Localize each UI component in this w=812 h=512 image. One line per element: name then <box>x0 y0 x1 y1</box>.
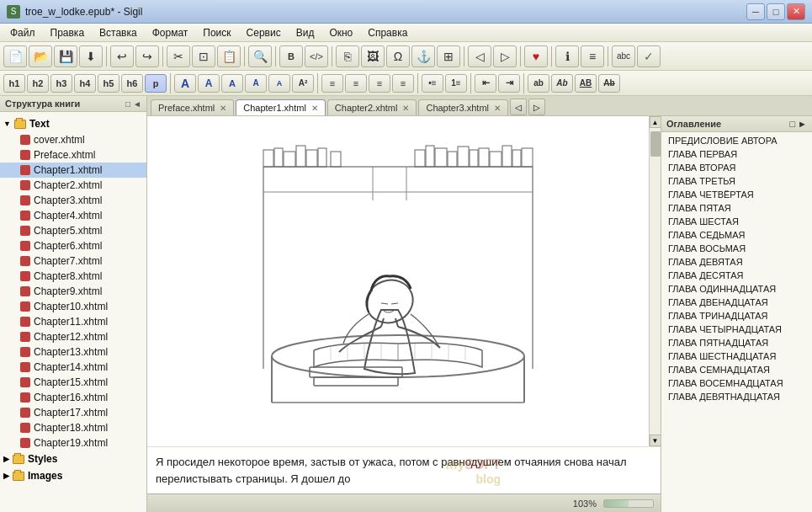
tab-close-icon[interactable]: ✕ <box>220 104 226 113</box>
toc-item[interactable]: ГЛАВА ЧЕТЫРНАДЦАТАЯ <box>661 323 812 336</box>
scrollbar-thumb[interactable] <box>650 131 661 157</box>
tree-item[interactable]: Chapter4.xhtml <box>0 208 146 223</box>
toc-item[interactable]: ГЛАВА ДЕВЯТНАДЦАТАЯ <box>661 390 812 403</box>
menu-view[interactable]: Вид <box>289 25 321 40</box>
font-smaller-button[interactable]: A <box>268 74 290 93</box>
anchor-button[interactable]: ⚓ <box>411 45 435 67</box>
menu-format[interactable]: Формат <box>146 25 195 40</box>
align-center-button[interactable]: ≡ <box>345 74 367 93</box>
tree-item[interactable]: Chapter1.xhtml <box>0 163 146 178</box>
open-button[interactable]: 📂 <box>29 45 52 67</box>
tree-item[interactable]: cover.xhtml <box>0 132 146 147</box>
toc-item[interactable]: ПРЕДИСЛОВИЕ АВТОРА <box>661 134 812 147</box>
toc-item[interactable]: ГЛАВА ТРИНАДЦАТАЯ <box>661 309 812 323</box>
tree-item[interactable]: Chapter5.xhtml <box>0 223 146 238</box>
tab-prev-button[interactable]: ◁ <box>510 99 527 115</box>
toc-item[interactable]: ГЛАВА ПЕРВАЯ <box>661 147 812 161</box>
outdent-button[interactable]: ⇤ <box>475 74 496 93</box>
font-small-button[interactable]: A <box>245 74 267 93</box>
tree-item[interactable]: Chapter11.xhtml <box>0 314 146 329</box>
panel-collapse-button[interactable]: ◄ <box>133 99 141 109</box>
toc-item[interactable]: ГЛАВА ЧЕТВЁРТАЯ <box>661 188 812 201</box>
align-justify-button[interactable]: ≡ <box>392 74 414 93</box>
toc-item[interactable]: ГЛАВА ШЕСТАЯ <box>661 215 812 228</box>
editor-scrollbar[interactable]: ▲ ▼ <box>649 116 661 446</box>
tree-item[interactable]: Chapter16.xhtml <box>0 390 146 405</box>
toc-item[interactable]: ГЛАВА ВОСЬМАЯ <box>661 242 812 255</box>
menu-help[interactable]: Справка <box>361 25 414 40</box>
tab-close-icon[interactable]: ✕ <box>402 104 409 113</box>
font-larger-button[interactable]: A <box>174 74 196 93</box>
tree-item[interactable]: Preface.xhtml <box>0 147 146 163</box>
cut-button[interactable]: ✂ <box>167 45 190 67</box>
code-view-button[interactable]: B <box>279 45 303 67</box>
tree-item[interactable]: Chapter12.xhtml <box>0 329 146 344</box>
toc-item[interactable]: ГЛАВА ВОСЕМНАДЦАТАЯ <box>661 376 812 390</box>
numbered-list-button[interactable]: 1≡ <box>445 74 467 93</box>
heading6-button[interactable]: h6 <box>121 74 143 93</box>
superscript-button[interactable]: A² <box>292 74 314 93</box>
panel-detach-button[interactable]: □ <box>125 99 130 109</box>
save-button[interactable]: 💾 <box>54 45 77 67</box>
redo-button[interactable]: ↪ <box>135 45 159 67</box>
toc-item[interactable]: ГЛАВА СЕДЬМАЯ <box>661 228 812 242</box>
copy-button[interactable]: ⊡ <box>192 45 215 67</box>
tree-item[interactable]: Chapter9.xhtml <box>0 284 146 299</box>
image-button[interactable]: 🖼 <box>361 45 385 67</box>
toc-item[interactable]: ГЛАВА ВТОРАЯ <box>661 161 812 174</box>
editor-text-content[interactable]: Я просидел некоторое время, застыв от уж… <box>147 446 661 493</box>
menu-insert[interactable]: Вставка <box>93 25 144 40</box>
italic-button[interactable]: Ab <box>551 74 573 93</box>
tree-item[interactable]: Chapter17.xhtml <box>0 405 146 420</box>
tree-item[interactable]: Chapter13.xhtml <box>0 344 146 360</box>
spellcheck-button[interactable]: abc <box>612 45 635 67</box>
maximize-button[interactable]: □ <box>767 3 785 20</box>
tree-item[interactable]: Chapter3.xhtml <box>0 193 146 208</box>
minimize-button[interactable]: ─ <box>746 3 765 20</box>
toc-item[interactable]: ГЛАВА ДВЕНАДЦАТАЯ <box>661 296 812 309</box>
spellcheck-icon-btn[interactable]: ⎘ <box>336 45 359 67</box>
validate-button[interactable]: ✓ <box>637 45 661 67</box>
tree-item[interactable]: Chapter18.xhtml <box>0 420 146 435</box>
tree-item[interactable]: Chapter6.xhtml <box>0 238 146 253</box>
paragraph-button[interactable]: p <box>145 74 167 93</box>
back-button[interactable]: ◁ <box>468 45 491 67</box>
strikethrough-button[interactable]: Ab <box>598 74 620 93</box>
paste-button[interactable]: 📋 <box>217 45 241 67</box>
tab-close-icon[interactable]: ✕ <box>494 104 501 113</box>
tree-text-section[interactable]: ▼ Text <box>0 115 146 132</box>
tree-item[interactable]: Chapter15.xhtml <box>0 375 146 390</box>
close-button[interactable]: ✕ <box>787 3 805 20</box>
menu-file[interactable]: Файл <box>3 25 42 40</box>
tab-next-button[interactable]: ▷ <box>528 99 545 115</box>
toc-item[interactable]: ГЛАВА ТРЕТЬЯ <box>661 174 812 188</box>
bold-button[interactable]: ab <box>528 74 549 93</box>
menu-tools[interactable]: Сервис <box>240 25 288 40</box>
tab-preface[interactable]: Preface.xhtml ✕ <box>151 99 234 115</box>
bullet-list-button[interactable]: •≡ <box>422 74 443 93</box>
toc-item[interactable]: ГЛАВА ШЕСТНАДЦАТАЯ <box>661 349 812 363</box>
heading2-button[interactable]: h2 <box>27 74 49 93</box>
toc-item[interactable]: ГЛАВА ПЯТНАДЦАТАЯ <box>661 336 812 349</box>
toc-item[interactable]: ГЛАВА ДЕСЯТАЯ <box>661 269 812 282</box>
tree-styles-section[interactable]: ▶ Styles <box>0 451 146 467</box>
special-char-button[interactable]: Ω <box>386 45 410 67</box>
add-existing-button[interactable]: ⬇ <box>79 45 103 67</box>
heading4-button[interactable]: h4 <box>74 74 96 93</box>
tree-item[interactable]: Chapter10.xhtml <box>0 299 146 314</box>
preview-button[interactable]: </> <box>305 45 328 67</box>
tab-chapter2[interactable]: Chapter2.xhtml ✕ <box>327 99 417 115</box>
heading3-button[interactable]: h3 <box>50 74 72 93</box>
toc-button[interactable]: ≡ <box>581 45 604 67</box>
donate-button[interactable]: ♥ <box>524 45 548 67</box>
tree-item[interactable]: Chapter2.xhtml <box>0 178 146 193</box>
new-button[interactable]: 📄 <box>3 45 27 67</box>
font-large-button[interactable]: A <box>198 74 220 93</box>
tree-item[interactable]: Chapter7.xhtml <box>0 253 146 269</box>
tab-chapter1[interactable]: Chapter1.xhtml ✕ <box>236 99 326 115</box>
indent-button[interactable]: ⇥ <box>498 74 520 93</box>
undo-button[interactable]: ↩ <box>110 45 134 67</box>
menu-window[interactable]: Окно <box>322 25 359 40</box>
toc-collapse-button[interactable]: ► <box>798 119 807 129</box>
tree-item[interactable]: Chapter19.xhtml <box>0 435 146 451</box>
